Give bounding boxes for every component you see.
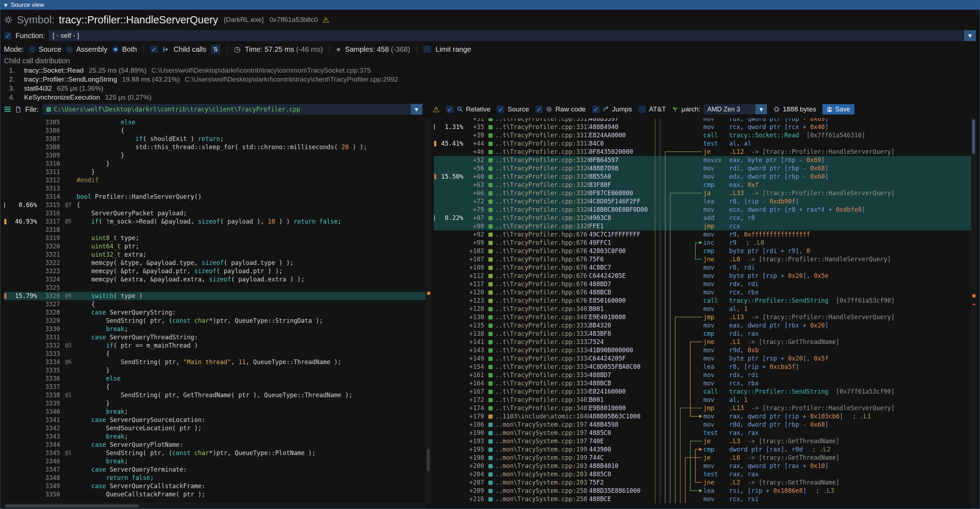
entry-function-name[interactable]: tracy::Profiler::SendLongString xyxy=(24,75,117,83)
asm-row[interactable]: +99..t\TracyProfiler.hpp:67649FFC1incr9;… xyxy=(434,239,976,247)
relative-toggle[interactable]: Relative xyxy=(446,105,491,113)
asm-row[interactable]: +66..t\TracyProfiler.cpp:33260F87CE06000… xyxy=(434,189,976,197)
asm-row[interactable]: 15.50%+60..t\TracyProfiler.cpp:33268B55A… xyxy=(434,173,976,181)
source-line[interactable]: 3333 { xyxy=(4,350,426,358)
source-toggle[interactable]: Source xyxy=(496,105,529,113)
asm-row[interactable]: +167..t\TracyProfiler.cpp:3334E824160000… xyxy=(434,388,976,396)
source-line[interactable]: 3322 memcpy( &type, &payload.type, sizeo… xyxy=(4,259,426,267)
source-line[interactable]: 3327 { xyxy=(4,300,426,309)
title-bar[interactable]: ▼ Source view xyxy=(0,0,980,10)
asm-row[interactable]: +209..mon\TracySystem.cpp:258488D35E8861… xyxy=(434,487,976,495)
child-call-entry[interactable]: 1.tracy::Socket::Read25.25 ms (54.89%)C:… xyxy=(4,66,976,75)
asm-row[interactable]: +198..mon\TracySystem.cpp:199744Cje.L6 -… xyxy=(434,453,976,462)
source-line[interactable]: 3320 uint64_t ptr; xyxy=(4,242,426,251)
child-call-entry[interactable]: 3.stat64i32625 μs (1.36%) xyxy=(4,84,976,93)
source-line[interactable]: 3344 case ServerQueryPlotName: xyxy=(4,441,426,449)
asm-row[interactable]: +128..t\TracyProfiler.cpp:3401B001moval,… xyxy=(434,305,976,313)
asm-row[interactable]: +216..mon\TracySystem.cpp:258488BCEmovrc… xyxy=(434,495,976,503)
source-line[interactable]: 3319 uint8_t type; xyxy=(4,234,426,242)
asm-row[interactable]: +46..t\TracyProfiler.cpp:33170F843502000… xyxy=(434,148,976,156)
source-line[interactable]: 3329 SendString( ptr, (const char*)ptr, … xyxy=(4,317,426,325)
file-combo-arrow-icon[interactable]: ▼ xyxy=(411,104,422,115)
source-vscroll-thumb[interactable] xyxy=(427,449,430,472)
asm-row[interactable]: +138..t\TracyProfiler.cpp:3332483BF8cmpr… xyxy=(434,329,976,338)
source-line[interactable]: 0.66%3315@7{ xyxy=(4,201,426,209)
asm-row[interactable]: +56..t\TracyProfiler.cpp:3326488B7D98mov… xyxy=(434,164,976,173)
asm-row[interactable]: +63..t\TracyProfiler.cpp:332683F80Fcmpea… xyxy=(434,181,976,189)
source-line[interactable]: 3305 else xyxy=(4,118,426,127)
source-line[interactable]: 3321 uint32_t extra; xyxy=(4,251,426,259)
asm-row[interactable]: +143..t\TracyProfiler.cpp:333441B90B0000… xyxy=(434,346,976,355)
entry-function-name[interactable]: stat64i32 xyxy=(24,84,52,92)
source-line[interactable]: 3348 return false; xyxy=(4,474,426,482)
source-line[interactable]: 3338@1 SendString( ptr, GetThreadName( p… xyxy=(4,391,426,399)
asm-scroll-thumb[interactable] xyxy=(972,119,975,154)
asm-row[interactable]: +204..mon\TracySystem.cpp:2034885C0testr… xyxy=(434,470,976,479)
asm-row[interactable]: +52..t\TracyProfiler.cpp:33260FB64597mov… xyxy=(434,156,976,164)
save-button[interactable]: Save xyxy=(822,104,854,115)
asm-row[interactable]: +141..t\TracyProfiler.cpp:33327524jne.L1… xyxy=(434,338,976,346)
function-combo[interactable]: [ - self - ] ▼ xyxy=(49,30,976,41)
asm-row[interactable]: +193..mon\TracySystem.cpp:197740Eje.L3 -… xyxy=(434,437,976,445)
att-syntax-toggle[interactable]: AT&T xyxy=(638,105,666,113)
limit-range-checkbox[interactable] xyxy=(423,45,431,53)
asm-row[interactable]: +130..t\TracyProfiler.cpp:3401E9E4010000… xyxy=(434,313,976,321)
source-line[interactable]: 3335 } xyxy=(4,366,426,375)
asm-row[interactable]: +149..t\TracyProfiler.cpp:3334C64424205F… xyxy=(434,355,976,363)
entry-function-name[interactable]: tracy::Socket::Read xyxy=(24,67,84,75)
source-line[interactable]: 3332@3 if( ptr == m_mainThread ) xyxy=(4,342,426,350)
source-line[interactable]: 3331 case ServerQueryThreadString: xyxy=(4,333,426,342)
source-line[interactable]: 3337 { xyxy=(4,383,426,391)
source-line[interactable]: 3334@6 SendString( ptr, "Main thread", 1… xyxy=(4,358,426,366)
asm-row[interactable]: +109..t\TracyProfiler.hpp:6764C8BC7movr8… xyxy=(434,264,976,272)
source-line[interactable]: 15.79%3326@9 switch( type ) xyxy=(4,292,426,300)
source-line[interactable]: 3308 std::this_thread::sleep_for( std::c… xyxy=(4,143,426,151)
source-vscrollbar[interactable] xyxy=(426,118,431,503)
asm-row[interactable]: +92..t\TracyProfiler.hpp:67649C7C1FFFFFF… xyxy=(434,231,976,239)
source-line[interactable]: 3314bool Profiler::HandleServerQuery() xyxy=(4,192,426,201)
source-line[interactable]: 3313 xyxy=(4,185,426,192)
asm-row[interactable]: +135..t\TracyProfiler.cpp:33328B4320move… xyxy=(434,321,976,329)
asm-row[interactable]: +72..t\TracyProfiler.cpp:33264C8D05F146F… xyxy=(434,197,976,205)
child-calls-checkbox[interactable] xyxy=(150,45,158,53)
source-line[interactable]: 3346 break; xyxy=(4,457,426,466)
sample-sort-button[interactable]: ⇅ xyxy=(211,44,221,54)
asm-row[interactable]: +79..t\TracyProfiler.cpp:3326418B8C80E0B… xyxy=(434,205,976,214)
source-line[interactable]: 3325 xyxy=(4,284,426,292)
asm-row[interactable]: +200..mon\TracySystem.cpp:203488B4010mov… xyxy=(434,462,976,470)
file-combo[interactable]: C:\Users\wolf\Desktop\darkrl\contrib\tra… xyxy=(42,103,423,115)
asm-row[interactable]: +39..t\TracyProfiler.cpp:3317E824AA0000c… xyxy=(434,131,976,140)
asm-row[interactable]: +186..mon\TracySystem.cpp:197448B4598mov… xyxy=(434,421,976,429)
mode-radio-both[interactable]: Both xyxy=(112,45,137,54)
asm-scrollbar[interactable] xyxy=(971,118,976,509)
mode-radio-source[interactable]: Source xyxy=(29,45,62,54)
source-line[interactable]: 3311 } xyxy=(4,168,426,176)
source-line[interactable]: 3340 break; xyxy=(4,408,426,416)
source-line[interactable]: 46.93%3317@5 if( !m_sock->Read( &payload… xyxy=(4,218,426,226)
source-line[interactable]: 3350 QueueCallstackFrame( ptr ); xyxy=(4,490,426,499)
source-line[interactable]: 3307 if( shouldExit ) return; xyxy=(4,135,426,143)
source-line[interactable]: 3336 else xyxy=(4,375,426,383)
source-line[interactable]: 3324 memcpy( &extra, &payload.extra, siz… xyxy=(4,275,426,284)
source-line[interactable]: 3345@1 SendString( ptr, (const char*)ptr… xyxy=(4,449,426,457)
source-line[interactable]: 3347 case ServerQueryTerminate: xyxy=(4,466,426,474)
asm-row[interactable]: +190..mon\TracySystem.cpp:1974885C0testr… xyxy=(434,429,976,437)
source-line[interactable]: 3343 break; xyxy=(4,433,426,441)
collapse-triangle-icon[interactable]: ▼ xyxy=(4,3,8,8)
uarch-combo[interactable]: AMD Zen 3 ▼ xyxy=(703,104,767,115)
jumps-toggle[interactable]: Jumps xyxy=(592,105,632,113)
source-line[interactable]: 3310 } xyxy=(4,160,426,168)
asm-row[interactable]: +207..mon\TracySystem.cpp:20375F2jne.L2 … xyxy=(434,479,976,487)
source-line[interactable]: 3318 xyxy=(4,226,426,234)
asm-row[interactable]: +90..t\TracyProfiler.cpp:3326FFE1jmprcx xyxy=(434,222,976,231)
asm-row[interactable]: +102..t\TracyProfiler.hpp:67642803C0F00c… xyxy=(434,247,976,255)
source-line[interactable]: 3341 case ServerQuerySourceLocation: xyxy=(4,416,426,424)
source-line[interactable]: 3316 ServerQueryPacket payload; xyxy=(4,209,426,218)
child-call-entry[interactable]: 4.KeSynchronizeExecution125 μs (0.27%) xyxy=(4,93,976,102)
asm-row[interactable]: +195..mon\TracySystem.cpp:199443900cmpdw… xyxy=(434,445,976,453)
raw-code-toggle[interactable]: Raw code xyxy=(535,105,586,113)
source-line[interactable]: 3306 { xyxy=(4,127,426,135)
source-line[interactable]: 3323 memcpy( &ptr, &payload.ptr, sizeof(… xyxy=(4,267,426,275)
source-line[interactable]: 3342 SendSourceLocation( ptr ); xyxy=(4,424,426,433)
asm-row[interactable]: +179..1103\include\atomic:1048488B05B63C… xyxy=(434,412,976,421)
